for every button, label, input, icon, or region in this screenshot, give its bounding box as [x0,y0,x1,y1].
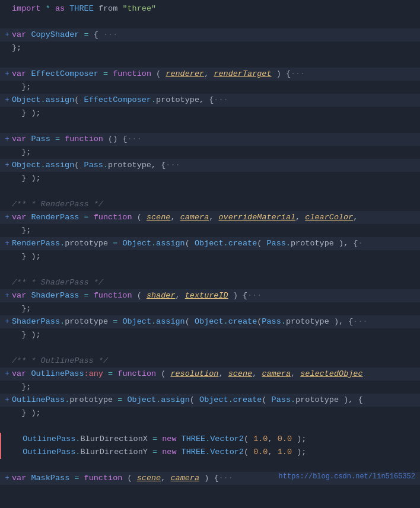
line-toggle[interactable]: + [2,160,12,171]
line-content: var CopyShader = { ··· [12,28,415,41]
line-content: var EffectComposer = function ( renderer… [12,68,415,81]
line-content: }; [12,381,415,394]
line-toggle[interactable]: + [2,69,12,80]
line-content: OutlinePass.BlurDirectionY = new THREE.V… [13,446,415,459]
line-content [12,263,415,276]
code-line: } ); [0,407,420,420]
line-content: var OutlinePass:any = function ( resolut… [12,368,415,381]
code-line: }; [0,41,420,55]
code-line: /** * OutlinePass */ [0,354,420,368]
code-line [0,341,420,354]
line-content [12,15,415,28]
code-line: + var ShaderPass = function ( shader, te… [0,289,420,302]
line-content: var RenderPass = function ( scene, camer… [12,211,415,224]
code-line: + var RenderPass = function ( scene, cam… [0,211,420,224]
line-content: }; [12,81,415,94]
line-content: import * as THREE from "three" [12,2,415,15]
code-line: /** * RenderPass */ [0,198,420,211]
line-content: }; [12,224,415,237]
line-content: }; [12,41,415,55]
line-content [12,185,415,198]
code-line: OutlinePass.BlurDirectionY = new THREE.V… [0,446,420,459]
line-content: var ShaderPass = function ( shader, text… [12,289,415,302]
line-content [12,120,415,133]
line-content: OutlinePass.BlurDirectionX = new THREE.V… [13,433,415,446]
line-content: } ); [12,328,415,341]
line-toggle[interactable]: + [2,212,12,223]
code-line: } ); [0,250,420,263]
line-content [12,420,415,433]
code-line: import * as THREE from "three" [0,2,420,15]
code-line [0,55,420,68]
line-content: /** * OutlinePass */ [12,354,415,368]
code-line: + Object.assign( EffectComposer.prototyp… [0,94,420,107]
line-content: } ); [12,250,415,263]
code-line: }; [0,302,420,315]
line-content: /** * RenderPass */ [12,198,415,211]
line-content: }; [12,146,415,159]
code-line: }; [0,146,420,159]
code-line: } ); [0,107,420,120]
code-line [0,120,420,133]
line-toggle[interactable]: + [2,290,12,302]
code-line: + Object.assign( Pass.prototype, {··· [0,159,420,172]
line-content: OutlinePass.prototype = Object.assign( O… [12,394,415,407]
line-toggle[interactable]: + [2,134,12,145]
line-content: ShaderPass.prototype = Object.assign( Ob… [12,315,415,328]
line-toggle[interactable]: + [2,369,12,380]
line-content: }; [12,302,415,315]
line-toggle[interactable]: + [2,473,12,484]
code-line: + ShaderPass.prototype = Object.assign( … [0,315,420,328]
line-content: } ); [12,172,415,185]
code-line: + var CopyShader = { ··· [0,28,420,41]
line-toggle[interactable]: + [2,30,12,41]
code-line [0,420,420,433]
code-editor: import * as THREE from "three" + var Cop… [0,0,420,487]
line-content: /** * ShaderPass */ [12,276,415,289]
code-line: + var OutlinePass:any = function ( resol… [0,368,420,381]
code-line: } ); [0,172,420,185]
line-content: Object.assign( EffectComposer.prototype,… [12,94,415,107]
line-content [12,55,415,68]
code-line: + OutlinePass.prototype = Object.assign(… [0,394,420,407]
url-badge: https://blog.csdn.net/lin5165352 [279,471,415,483]
code-line: + var EffectComposer = function ( render… [0,68,420,81]
code-line [0,185,420,198]
line-content: var Pass = function () {··· [12,133,415,146]
code-line: + var Pass = function () {··· [0,133,420,146]
code-line: OutlinePass.BlurDirectionX = new THREE.V… [0,433,420,446]
code-line: } ); [0,328,420,341]
code-line [0,263,420,276]
code-line: + var MaskPass = function ( scene, camer… [0,472,420,485]
line-content: RenderPass.prototype = Object.assign( Ob… [12,237,415,250]
line-toggle[interactable]: + [2,395,12,406]
code-line: }; [0,381,420,394]
code-line: /** * ShaderPass */ [0,276,420,289]
code-line: }; [0,224,420,237]
line-content: Object.assign( Pass.prototype, {··· [12,159,415,172]
line-content [12,459,415,472]
line-toggle[interactable]: + [2,238,12,250]
line-toggle[interactable]: + [2,317,12,328]
line-content [12,341,415,354]
code-line: }; [0,81,420,94]
code-line [0,15,420,28]
line-content: } ); [12,107,415,120]
line-toggle[interactable]: + [2,95,12,106]
code-line: + RenderPass.prototype = Object.assign( … [0,237,420,250]
code-line [0,459,420,472]
line-content: } ); [12,407,415,420]
